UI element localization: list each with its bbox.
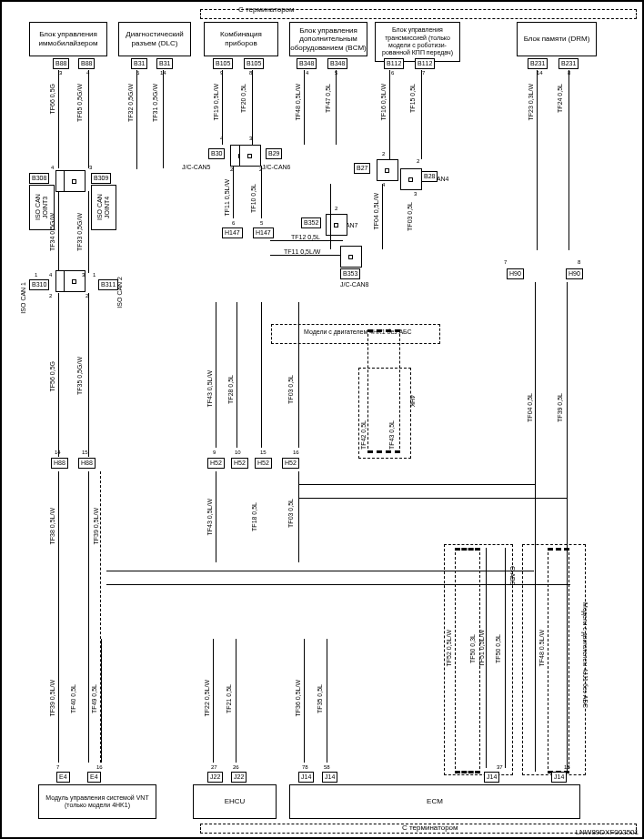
conn-h147b: H147	[253, 227, 274, 238]
wl-tf23: TF23 0,3L/W	[528, 84, 534, 120]
conn-b310: B310	[29, 279, 49, 290]
wl-tf50: TF50 0,5L	[495, 634, 501, 663]
conn-b112a: B112	[384, 58, 404, 69]
wl-tf10: TF10 0,5L	[250, 184, 257, 213]
wl-tf03-2: TF03 0,5L	[287, 375, 294, 404]
conn-b353: B353	[340, 268, 360, 279]
wl-tf20: TF20 0,5L	[240, 84, 247, 113]
wl-tf03: TF03 0,5L	[407, 202, 413, 231]
conn-h88b: H88	[78, 458, 96, 469]
box-ehcu: EHCU	[193, 784, 277, 819]
conn-h52a: H52	[207, 458, 225, 469]
conn-b231a: B231	[528, 58, 548, 69]
wl-tf47: TF47 0,5L	[325, 84, 331, 113]
conn-b88a: B88	[53, 58, 69, 69]
box-iso-can2: ISO CAN 2	[116, 277, 123, 308]
conn-b29: B29	[266, 148, 282, 159]
wl-tf52: TF52 0,5L/W	[446, 630, 452, 666]
conn-b231b: B231	[558, 58, 579, 69]
box-jc-can6: J/C-CAN6	[262, 164, 291, 170]
conn-b105a: B105	[213, 58, 233, 69]
conn-e4a: E4	[56, 772, 70, 783]
wl-tf31: TF31 0,5G/W	[152, 84, 158, 122]
conn-b30: B30	[208, 148, 225, 159]
region-cabs: C-ABS	[509, 566, 516, 585]
box-cluster: Комбинация приборов	[204, 22, 278, 56]
wl-tf32: TF32 0,5G/W	[127, 84, 134, 122]
conn-b31a: B31	[131, 58, 147, 69]
conn-b309: B309	[91, 173, 111, 184]
wl-tf03-3: TF03 0,5L	[287, 499, 294, 528]
conn-h147a: H147	[222, 227, 243, 238]
conn-b348a: B348	[297, 58, 317, 69]
conn-j22a: J22	[207, 772, 223, 783]
wl-tf11: TF11 0,5L/W	[224, 179, 230, 216]
wl-tf33: TF33 0,5G/W	[76, 213, 83, 251]
wl-tf04: TF04 0,5L/W	[373, 193, 379, 229]
conn-e4b: E4	[87, 772, 101, 783]
wl-tf39c: TF39 0,5L/W	[49, 680, 55, 716]
wl-tf11-2: TF11 0,5L/W	[284, 248, 320, 255]
conn-b27: B27	[354, 163, 370, 174]
wl-tf39b: TF39 0,5L/W	[93, 508, 99, 544]
box-immo: Блок управления иммобилайзером	[29, 22, 107, 56]
wl-tf38: TF38 0,5L/W	[49, 508, 55, 544]
wl-tf18: TF18 0,5L	[251, 502, 257, 531]
wl-tf35: TF35 0,5G/W	[76, 357, 83, 395]
conn-h90b: H90	[566, 268, 583, 279]
terminator-bottom: С терминатором	[402, 824, 458, 832]
conn-b348b: B348	[327, 58, 347, 69]
box-vnt: Модуль управления системой VNT (только м…	[38, 784, 156, 819]
wl-tf43c: TF43 0,5L/W	[206, 499, 213, 535]
conn-j14d: J14	[551, 772, 567, 783]
conn-b352: B352	[301, 217, 321, 228]
box-jc-can5: J/C-CAN5	[182, 164, 211, 170]
wl-tf43: TF43 0,5L/W	[206, 370, 213, 407]
conn-b105b: B105	[244, 58, 264, 69]
wl-tf50b: TF50 0,3L	[469, 634, 476, 663]
box-jc-can8: J/C-CAN8	[340, 281, 369, 288]
conn-j14c: J14	[484, 772, 499, 783]
conn-h52d: H52	[282, 458, 299, 469]
conn-h88a: H88	[51, 458, 68, 469]
region-4jj1: Модели с двигателем 4JJ1 без АБС	[582, 602, 589, 708]
conn-b311: B311	[98, 279, 118, 290]
wl-tf24: TF24 0,5L	[557, 84, 563, 113]
conn-h52c: H52	[255, 458, 272, 469]
wl-tf15: TF15 0,5L	[409, 84, 416, 113]
wl-tf16: TF16 0,5L/W	[380, 84, 387, 120]
wl-tf22: TF22 0,5L/W	[204, 680, 210, 716]
wl-tf48-2: TF48 0.5L/W	[538, 630, 545, 666]
conn-b88b: B88	[78, 58, 95, 69]
box-iso-can1: ISO CAN 1	[20, 282, 26, 314]
box-drm: Блок памяти (DRM)	[517, 22, 597, 56]
conn-b28: B28	[421, 171, 438, 182]
wl-tf49: TF49 0,5L	[91, 684, 97, 713]
wl-tf48: TF48 0,5L/W	[295, 84, 301, 120]
wl-tf21: TF21 0,5L	[226, 684, 232, 713]
wl-tf19: TF19 0,5L/W	[213, 84, 219, 120]
wl-tf39: TF39 0,5L	[557, 393, 563, 422]
conn-b31b: B31	[156, 58, 173, 69]
wl-tf51: TF51 0,5L/W	[478, 630, 485, 666]
wl-tf28: TF28 0,5L	[227, 375, 234, 404]
wl-tf34: TF34 0,5G/W	[49, 213, 55, 251]
box-bcm: Блок управления дополнительным оборудова…	[289, 22, 367, 56]
conn-h90a: H90	[507, 268, 524, 279]
wl-tf66: TF66 0,5G	[49, 84, 55, 114]
wl-tf04b: TF04 0,5L	[527, 393, 533, 422]
wl-tf12: TF12 0,5L	[291, 234, 320, 240]
box-diag: Диагностический разъем (DLC)	[118, 22, 191, 56]
box-tcm: Блок управления трансмиссией (только мод…	[375, 22, 460, 62]
wl-tf36: TF36 0,5L/W	[295, 680, 301, 716]
box-ecm: ECM	[289, 784, 580, 819]
wl-tf40: TF40 0,5L	[70, 684, 76, 713]
wl-tf56: TF56 0,5G	[49, 361, 55, 391]
conn-b112b: B112	[415, 58, 435, 69]
region-4hk: 4HK	[409, 395, 416, 408]
terminator-top: С терминатором	[238, 5, 295, 14]
conn-j14a: J14	[298, 772, 314, 783]
footer-code: LNW89DXF003501	[576, 828, 639, 836]
conn-b308: B308	[29, 173, 49, 184]
conn-j14b: J14	[322, 772, 337, 783]
